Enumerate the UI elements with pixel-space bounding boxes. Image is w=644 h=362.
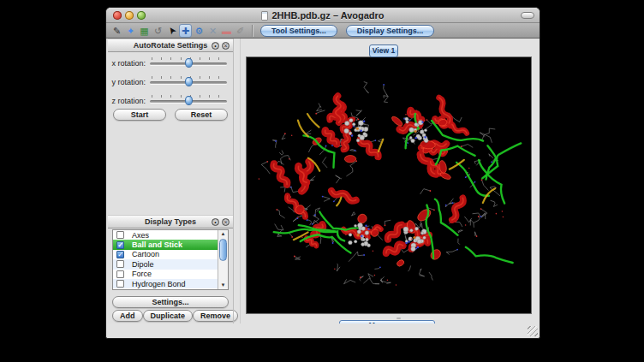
document-icon xyxy=(261,11,268,21)
draw-tool[interactable]: ✎ xyxy=(110,24,123,38)
y-rotation-row: y rotation: xyxy=(108,73,233,92)
tab-view-1[interactable]: View 1 xyxy=(369,45,398,57)
3d-viewport[interactable] xyxy=(246,56,532,314)
left-dock: AutoRotate Settings • × x rotation:y rot… xyxy=(108,39,233,323)
display-type-label: Ball and Stick xyxy=(132,240,182,249)
checkbox[interactable]: ✓ xyxy=(116,241,124,249)
slider-label: y rotation: xyxy=(108,78,146,86)
x-rotation-slider[interactable] xyxy=(150,54,227,73)
slider-label: x rotation: xyxy=(108,59,146,68)
display-type-label: Hydrogen Bond xyxy=(132,280,186,288)
display-type-axes[interactable]: Axes xyxy=(113,230,218,240)
desktop-background: 2HHB.pdb.gz – Avogadro ✎✦▦↺➤✚⚙✕▬✐ Tool S… xyxy=(0,0,644,362)
display-types-scrollbar[interactable]: ▲ ▼ xyxy=(218,230,228,289)
status-bar xyxy=(106,323,540,338)
display-type-label: Cartoon xyxy=(132,250,159,258)
navigate-tool[interactable]: ✦ xyxy=(124,24,137,38)
z-rotation-slider[interactable] xyxy=(150,92,227,110)
avogadro-window: 2HHB.pdb.gz – Avogadro ✎✦▦↺➤✚⚙✕▬✐ Tool S… xyxy=(105,7,540,339)
display-types-list: Axes✓Ball and Stick✓CartoonDipoleForceHy… xyxy=(112,229,229,290)
slider-thumb[interactable] xyxy=(185,77,193,86)
remove-button[interactable]: Remove xyxy=(193,310,238,322)
align-tool[interactable]: ▬ xyxy=(220,24,233,38)
toolbar-separator xyxy=(252,25,253,37)
display-types-panel: Display Types • × Axes✓Ball and Stick✓Ca… xyxy=(108,215,233,228)
window-title-group: 2HHB.pdb.gz – Avogadro xyxy=(158,8,488,23)
checkbox[interactable]: ✓ xyxy=(116,251,124,258)
checkbox[interactable] xyxy=(116,270,124,278)
display-type-label: Label xyxy=(132,289,151,290)
display-types-float-icon[interactable]: • xyxy=(212,218,219,226)
window-title: 2HHB.pdb.gz – Avogadro xyxy=(271,10,384,21)
slider-label: z rotation: xyxy=(108,97,146,105)
checkbox[interactable] xyxy=(116,231,124,239)
autorotate-float-icon[interactable]: • xyxy=(212,42,219,50)
molecule-rendering xyxy=(247,57,531,313)
tool-icons: ✎✦▦↺➤✚⚙✕▬✐ xyxy=(110,24,247,38)
display-type-label[interactable]: Label xyxy=(113,288,218,290)
measure-tool[interactable]: ✕ xyxy=(206,24,219,38)
display-type-dipole[interactable]: Dipole xyxy=(113,259,218,269)
minimize-window-button[interactable] xyxy=(125,11,134,20)
checkbox[interactable] xyxy=(116,260,124,268)
tool-settings-button[interactable]: Tool Settings... xyxy=(260,25,337,37)
zoom-window-button[interactable] xyxy=(137,11,146,20)
scroll-up-icon[interactable]: ▲ xyxy=(218,230,228,238)
toolbar: ✎✦▦↺➤✚⚙✕▬✐ Tool Settings... Display Sett… xyxy=(106,23,540,39)
autorotate-sliders: x rotation:y rotation:z rotation: xyxy=(108,54,233,110)
slider-thumb[interactable] xyxy=(185,58,193,68)
manipulate-tool[interactable]: ✚ xyxy=(179,24,192,38)
auto-optimize-tool[interactable]: ⚙ xyxy=(193,24,206,38)
y-rotation-slider[interactable] xyxy=(150,73,227,92)
messages-splitter-handle[interactable] xyxy=(397,317,401,319)
display-type-force[interactable]: Force xyxy=(113,270,218,279)
autorotate-panel-header[interactable]: AutoRotate Settings • × xyxy=(108,39,233,52)
autorotate-panel: AutoRotate Settings • × x rotation:y rot… xyxy=(108,39,233,52)
display-types-close-icon[interactable]: × xyxy=(222,218,230,226)
display-type-hydrogen-bond[interactable]: Hydrogen Bond xyxy=(113,279,218,288)
slider-thumb[interactable] xyxy=(185,96,193,105)
dock-splitter[interactable] xyxy=(233,39,241,323)
settings-button[interactable]: Settings... xyxy=(112,296,229,308)
x-rotation-row: x rotation: xyxy=(108,54,233,73)
main-content: AutoRotate Settings • × x rotation:y rot… xyxy=(106,39,540,323)
display-settings-button[interactable]: Display Settings... xyxy=(346,25,435,37)
checkbox[interactable] xyxy=(116,280,124,288)
display-type-label: Axes xyxy=(132,231,149,240)
reset-button[interactable]: Reset xyxy=(175,109,228,121)
toolbar-toggle-button[interactable] xyxy=(521,12,534,19)
resize-grip[interactable] xyxy=(528,326,538,336)
close-window-button[interactable] xyxy=(113,11,122,20)
bond-centric-tool[interactable]: ▦ xyxy=(138,24,151,38)
window-titlebar[interactable]: 2HHB.pdb.gz – Avogadro xyxy=(106,8,540,23)
select-tool[interactable]: ➤ xyxy=(163,21,182,39)
add-button[interactable]: Add xyxy=(112,310,143,322)
z-rotation-row: z rotation: xyxy=(108,92,233,110)
display-type-cartoon[interactable]: ✓Cartoon xyxy=(113,250,218,259)
display-type-ball-and-stick[interactable]: ✓Ball and Stick xyxy=(113,240,218,249)
autorotate-panel-title: AutoRotate Settings xyxy=(134,41,208,50)
autorotate-close-icon[interactable]: × xyxy=(222,42,230,50)
display-type-label: Dipole xyxy=(132,260,154,269)
display-types-rows: Axes✓Ball and Stick✓CartoonDipoleForceHy… xyxy=(113,230,218,290)
display-types-panel-title: Display Types xyxy=(145,217,196,226)
zmatrix-tool[interactable]: ✐ xyxy=(234,24,247,38)
scroll-down-icon[interactable]: ▼ xyxy=(218,282,228,289)
start-button[interactable]: Start xyxy=(113,109,166,121)
display-type-label: Force xyxy=(132,270,152,278)
display-types-panel-header[interactable]: Display Types • × xyxy=(108,215,233,228)
duplicate-button[interactable]: Duplicate xyxy=(143,310,194,322)
scrollbar-thumb[interactable] xyxy=(219,239,227,261)
